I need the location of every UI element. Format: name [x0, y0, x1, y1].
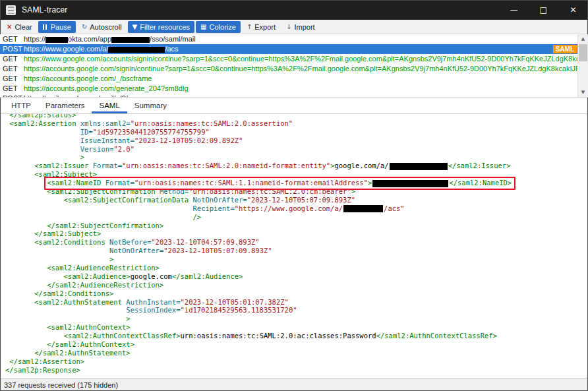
export-icon: ↑ — [247, 24, 252, 30]
xml-line: > — [5, 153, 588, 162]
tab-http[interactable]: HTTP — [4, 98, 38, 113]
xml-token: </saml2:Audience> — [172, 272, 243, 280]
scrollbar-thumb[interactable] — [579, 44, 587, 61]
scroll-down-icon[interactable]: ▼ — [578, 88, 588, 97]
request-method: GET — [0, 34, 24, 44]
xml-line: <saml2:AuthnContext> — [5, 323, 588, 332]
request-url: https://mail.google.com/mail/u/0/ — [24, 94, 577, 97]
xml-token: urn:oasis:names:tc:SAML:2.0:ac:classes:P… — [181, 332, 376, 340]
pause-icon — [43, 24, 48, 30]
xml-token: </saml2:Issuer> — [448, 162, 511, 169]
request-method: POST — [0, 44, 24, 54]
redaction-box — [108, 47, 165, 53]
toolbar-button-label: Export — [254, 23, 276, 31]
toolbar-button-label: Colorize — [210, 23, 236, 31]
redaction-box — [45, 37, 68, 43]
xml-token: </saml2:AuthnStatement> — [34, 349, 130, 357]
redaction-box — [111, 37, 150, 43]
request-method: GET — [0, 84, 24, 94]
tab-saml[interactable]: SAML — [92, 98, 127, 113]
xml-line: /> — [5, 213, 588, 222]
statusbar: 337 requests received (175 hidden) — [0, 378, 588, 391]
xml-token: <saml2:Audience> — [64, 272, 131, 280]
xml-token: NotOnOrAfter= — [192, 196, 247, 204]
xml-token: SessionIndex= — [126, 306, 180, 314]
xml-token: "2023-12-10T05:07:09.893Z" — [247, 196, 355, 204]
toolbar: ×ClearPause↻Autoscroll▼Filter resources▦… — [0, 20, 588, 34]
minimize-button[interactable]: — — [499, 0, 529, 20]
pause-button[interactable]: Pause — [38, 21, 76, 33]
xml-line: > — [5, 255, 588, 264]
xml-line: </saml2p:Response> — [5, 366, 588, 375]
xml-line: </saml2:Subject> — [5, 229, 588, 238]
xml-token: </saml2:SubjectConfirmation> — [47, 222, 163, 229]
redaction-box — [372, 180, 448, 187]
xml-token: <saml2:NameID — [47, 179, 105, 187]
request-row[interactable]: POSThttps://mail.google.com/mail/u/0/ — [0, 94, 577, 97]
saml-content: </saml2p:Status> <saml2:Assertion xmlns:… — [0, 114, 588, 378]
request-list: GEThttps://okta.com/app/sso/saml/mailPOS… — [0, 34, 577, 97]
colorize-icon: ▦ — [200, 24, 206, 30]
xml-token: Format= — [93, 162, 122, 169]
tab-summary[interactable]: Summary — [127, 98, 174, 113]
xml-token: </saml2:AuthnContext> — [47, 340, 134, 348]
xml-token: </saml2:Subject> — [34, 229, 101, 237]
colorize-button[interactable]: ▦Colorize — [196, 21, 241, 33]
xml-line: > — [5, 315, 588, 323]
xml-token: </saml2:AudienceRestriction> — [47, 281, 163, 289]
app-icon — [6, 5, 16, 15]
request-method: GET — [0, 54, 24, 64]
toolbar-button-label: Clear — [15, 23, 32, 31]
maximize-button[interactable]: □ — [529, 0, 558, 20]
request-method: GET — [0, 74, 24, 84]
xml-token: > — [368, 179, 372, 187]
xml-token: <saml2:Assertion — [9, 119, 80, 127]
xml-line: <saml2:SubjectConfirmationData NotOnOrAf… — [5, 196, 588, 204]
xml-line: </saml2:Conditions> — [5, 289, 588, 298]
xml-token: NotBefore= — [109, 238, 151, 246]
import-button[interactable]: ↓Import — [281, 21, 320, 33]
xml-token: "2023-12-10T05:02:09.892Z" — [134, 136, 243, 144]
xml-token: "urn:oasis:names:tc:SAML:2.0:assertion" — [131, 119, 293, 127]
xml-token: <saml2:AudienceRestriction> — [47, 264, 160, 272]
scroll-up-icon[interactable]: ▲ — [578, 34, 588, 44]
xml-line: <saml2:AudienceRestriction> — [5, 264, 588, 272]
request-list-scrollbar[interactable]: ▲ ▼ — [577, 34, 588, 97]
toolbar-button-label: Pause — [51, 23, 71, 31]
xml-token: "id597235044120755774755799" — [93, 128, 210, 136]
request-row[interactable]: GEThttps://accounts.google.com/signin/co… — [0, 64, 577, 74]
xml-token: > — [109, 255, 113, 263]
xml-token: xmlns:saml2= — [80, 119, 131, 127]
xml-line: </saml2:AuthnStatement> — [5, 349, 588, 357]
tab-parameters[interactable]: Parameters — [38, 98, 92, 113]
xml-token: Format= — [105, 179, 134, 187]
toolbar-button-label: Import — [294, 23, 314, 31]
xml-token: </saml2:AuthnContextClassRef> — [376, 332, 497, 340]
xml-token: <saml2:SubjectConfirmationData — [64, 196, 193, 204]
close-button[interactable]: ✕ — [558, 0, 588, 20]
request-row[interactable]: GEThttps://accounts.google.com/_/bscfram… — [0, 74, 577, 84]
xml-token: AuthnInstant= — [126, 298, 180, 306]
saml-badge: SAML — [553, 45, 577, 53]
request-row[interactable]: GEThttps://accounts.google.com/generate_… — [0, 84, 577, 94]
clear-button[interactable]: ×Clear — [2, 21, 37, 33]
request-url: https://accounts.google.com/generate_204… — [24, 84, 577, 94]
xml-line: Recipient="https://www.google.com/a//acs… — [5, 204, 588, 213]
request-row[interactable]: POSThttps://www.google.com/a//acsSAML — [0, 44, 577, 54]
request-row[interactable]: GEThttps://okta.com/app/sso/saml/mail — [0, 34, 577, 44]
autoscroll-button[interactable]: ↻Autoscroll — [77, 21, 127, 33]
export-button[interactable]: ↑Export — [242, 21, 280, 33]
import-icon: ↓ — [286, 24, 291, 30]
request-list-pane: GEThttps://okta.com/app/sso/saml/mailPOS… — [0, 34, 588, 98]
request-row[interactable]: GEThttps://www.google.com/accounts/signi… — [0, 54, 577, 64]
xml-line: <saml2:AuthnContextClassRef>urn:oasis:na… — [5, 332, 588, 340]
xml-token: google.com — [131, 272, 172, 280]
xml-token: /> — [192, 213, 201, 221]
xml-token: <saml2:AuthnStatement — [34, 298, 126, 306]
window-controls: —□✕ — [499, 0, 588, 20]
xml-token: <saml2:AuthnContext> — [47, 323, 130, 331]
xml-token: IssueInstant= — [80, 136, 134, 144]
xml-line: </saml2:AuthnContext> — [5, 340, 588, 349]
xml-line: </saml2:Assertion> — [5, 357, 588, 366]
filter-resources-button[interactable]: ▼Filter resources — [128, 21, 195, 33]
